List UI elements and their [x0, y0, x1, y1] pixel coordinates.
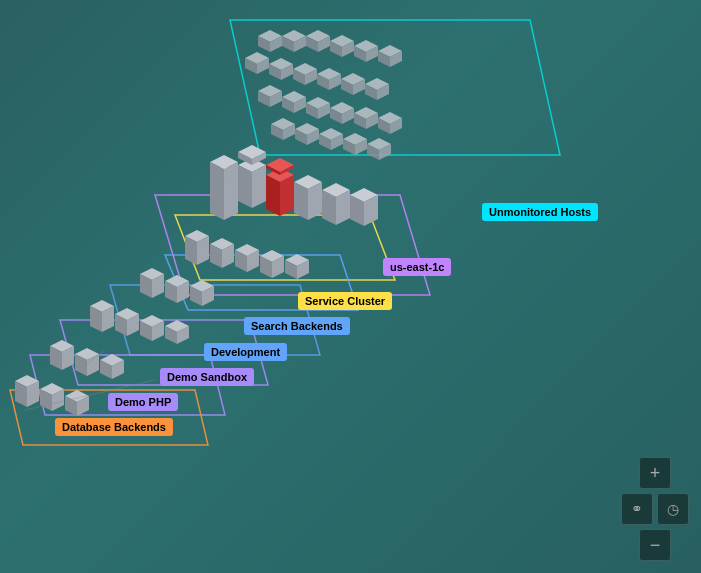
history-tool-button[interactable]: ◷ [657, 493, 689, 525]
svg-marker-91 [280, 175, 294, 216]
main-canvas: Unmonitored Hosts us-east-1c Service Clu… [0, 0, 701, 573]
demo-php-label: Demo PHP [108, 393, 178, 411]
svg-marker-84 [238, 165, 252, 208]
svg-marker-79 [224, 172, 238, 220]
search-backends-label: Search Backends [244, 317, 350, 335]
us-east-1c-label: us-east-1c [383, 258, 451, 276]
link-tool-button[interactable]: ⚭ [621, 493, 653, 525]
zoom-in-button[interactable]: + [639, 457, 671, 489]
svg-marker-85 [252, 165, 266, 208]
unmonitored-hosts-label: Unmonitored Hosts [482, 203, 598, 221]
network-diagram [0, 0, 701, 573]
map-controls: + ⚭ ◷ − [621, 457, 689, 561]
zoom-out-button[interactable]: − [639, 529, 671, 561]
development-label: Development [204, 343, 287, 361]
database-backends-label: Database Backends [55, 418, 173, 436]
svg-marker-90 [266, 175, 280, 216]
service-cluster-label: Service Cluster [298, 292, 392, 310]
demo-sandbox-label: Demo Sandbox [160, 368, 254, 386]
svg-marker-78 [210, 172, 224, 220]
